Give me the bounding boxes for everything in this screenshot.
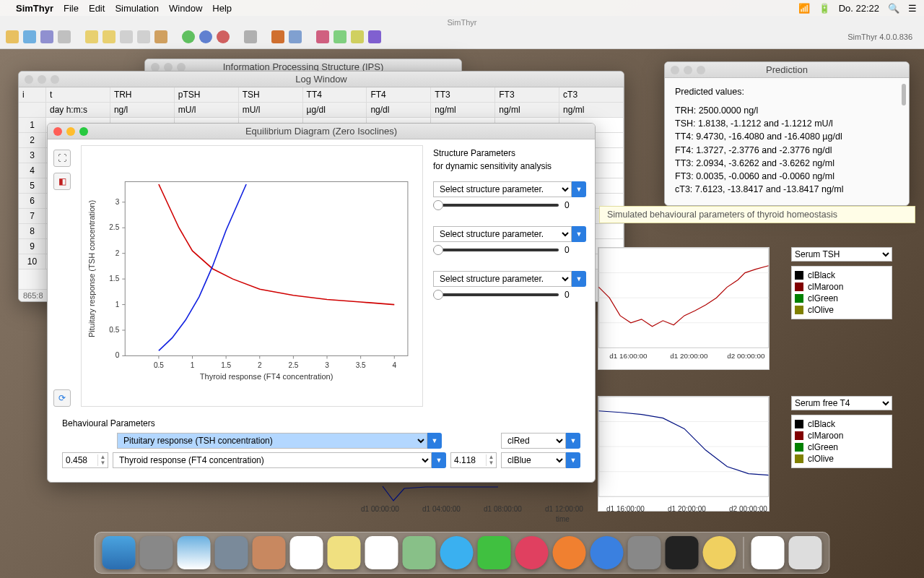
wifi-icon[interactable]: 📶 bbox=[798, 3, 810, 14]
tool-chart4-icon[interactable] bbox=[368, 30, 381, 43]
dock-facetime[interactable] bbox=[478, 536, 511, 569]
col-ptsh[interactable]: pTSH bbox=[175, 87, 239, 103]
battery-icon[interactable]: 🔋 bbox=[819, 3, 830, 14]
fullscreen-icon[interactable]: ⛶ bbox=[53, 150, 71, 167]
tool-save-icon[interactable] bbox=[40, 30, 53, 43]
dock-itunes[interactable] bbox=[515, 536, 549, 569]
tool-paste-icon[interactable] bbox=[154, 30, 167, 43]
table-row[interactable]: 3 bbox=[19, 148, 46, 163]
menu-file[interactable]: File bbox=[64, 3, 79, 14]
app-menu[interactable]: SimThyr bbox=[16, 3, 53, 14]
dock-appstore[interactable] bbox=[590, 536, 624, 569]
list-item[interactable]: clOlive bbox=[795, 304, 889, 316]
tool-pause-icon[interactable] bbox=[199, 30, 212, 43]
menu-edit[interactable]: Edit bbox=[89, 3, 105, 14]
struct-param-3-select[interactable]: Select structure parameter. bbox=[433, 271, 572, 287]
table-row[interactable]: 5 bbox=[19, 178, 46, 194]
x-color-select[interactable]: clBlue bbox=[501, 452, 566, 468]
chevron-down-icon[interactable]: ▼ bbox=[572, 226, 586, 242]
struct-param-2-slider[interactable] bbox=[433, 249, 559, 251]
table-row[interactable]: 7 bbox=[19, 209, 46, 224]
dock-notes[interactable] bbox=[328, 536, 361, 569]
list-item[interactable]: clBlack bbox=[795, 418, 889, 430]
list-item[interactable]: clBlack bbox=[795, 269, 889, 281]
col-ct3[interactable]: cT3 bbox=[559, 87, 624, 103]
col-trh[interactable]: TRH bbox=[110, 87, 175, 103]
menu-window[interactable]: Window bbox=[169, 3, 202, 14]
chevron-down-icon[interactable]: ▼ bbox=[572, 181, 586, 197]
col-i[interactable]: i bbox=[19, 87, 46, 103]
table-row[interactable]: 9 bbox=[19, 239, 46, 254]
tool-new-icon[interactable] bbox=[6, 30, 19, 43]
tool-play-icon[interactable] bbox=[182, 30, 195, 43]
chevron-down-icon[interactable]: ▼ bbox=[566, 452, 580, 468]
table-row[interactable]: 10 bbox=[19, 254, 46, 269]
table-row[interactable]: 8 bbox=[19, 224, 46, 239]
struct-param-3-slider[interactable] bbox=[433, 293, 559, 296]
x-max-stepper[interactable]: ▲▼ bbox=[450, 452, 497, 468]
chevron-down-icon[interactable]: ▼ bbox=[427, 433, 442, 449]
spotlight-icon[interactable]: 🔍 bbox=[888, 3, 899, 14]
dock-trash[interactable] bbox=[789, 536, 822, 569]
tool-chart1-icon[interactable] bbox=[316, 30, 329, 43]
y-axis-select[interactable]: Pituitary response (TSH concentration) bbox=[117, 433, 427, 449]
col-ft3[interactable]: FT3 bbox=[495, 87, 559, 103]
table-row[interactable]: 2 bbox=[19, 133, 46, 148]
tool-chart2-icon[interactable] bbox=[334, 30, 346, 43]
list-item[interactable]: clOlive bbox=[795, 453, 889, 465]
minimize-icon[interactable] bbox=[66, 127, 75, 136]
menu-help[interactable]: Help bbox=[212, 3, 232, 14]
col-tt4[interactable]: TT4 bbox=[303, 87, 367, 103]
col-tt3[interactable]: TT3 bbox=[431, 87, 495, 103]
list-item[interactable]: clMaroon bbox=[795, 281, 889, 293]
table-row[interactable]: 6 bbox=[19, 194, 46, 209]
tool-stop-icon[interactable] bbox=[217, 30, 230, 43]
tool-ips-icon[interactable] bbox=[289, 30, 302, 43]
scrollbar-thumb[interactable] bbox=[902, 84, 906, 105]
dock-messages[interactable] bbox=[440, 536, 474, 569]
prediction-window[interactable]: Prediction Predicted values: TRH: 2500.0… bbox=[664, 61, 910, 206]
tool-print-icon[interactable] bbox=[58, 30, 71, 43]
notification-center-icon[interactable]: ☰ bbox=[908, 3, 917, 14]
x-axis-select[interactable]: Thyroid response (FT4 concentration) bbox=[113, 452, 432, 468]
table-row[interactable]: 4 bbox=[19, 163, 46, 178]
x-min-stepper[interactable]: ▲▼ bbox=[62, 452, 108, 468]
struct-param-1-slider[interactable] bbox=[433, 204, 559, 207]
col-t[interactable]: t bbox=[46, 87, 110, 103]
refresh-icon[interactable]: ⟳ bbox=[53, 389, 71, 407]
tool-open-icon[interactable] bbox=[23, 30, 36, 43]
tool-redo-icon[interactable] bbox=[103, 30, 116, 43]
dock-maps[interactable] bbox=[403, 536, 436, 569]
dock-reminders[interactable] bbox=[365, 536, 398, 569]
struct-param-1-select[interactable]: Select structure parameter. bbox=[433, 181, 572, 197]
tool-chart3-icon[interactable] bbox=[351, 30, 364, 43]
col-tsh[interactable]: TSH bbox=[239, 87, 303, 103]
list-item[interactable]: clGreen bbox=[795, 441, 889, 453]
dock-ibooks[interactable] bbox=[553, 536, 586, 569]
list-item[interactable]: clGreen bbox=[795, 293, 889, 304]
dock-preview[interactable] bbox=[215, 536, 248, 569]
legend-toggle-icon[interactable]: ◧ bbox=[53, 173, 71, 190]
table-row[interactable]: 1 bbox=[19, 118, 46, 133]
dock-finder[interactable] bbox=[103, 536, 136, 569]
dock-terminal[interactable] bbox=[666, 536, 699, 569]
col-ft4[interactable]: FT4 bbox=[367, 87, 431, 103]
y-color-select[interactable]: clRed bbox=[501, 433, 566, 449]
chevron-down-icon[interactable]: ▼ bbox=[572, 271, 586, 287]
tool-prefs-icon[interactable] bbox=[244, 30, 257, 43]
dock-sysprefs[interactable] bbox=[628, 536, 661, 569]
dock-simthyr[interactable] bbox=[703, 536, 736, 569]
menu-simulation[interactable]: Simulation bbox=[115, 3, 159, 14]
zoom-icon[interactable] bbox=[79, 127, 88, 136]
list-item[interactable]: clMaroon bbox=[795, 430, 889, 441]
dock-launchpad[interactable] bbox=[140, 536, 173, 569]
tool-copy-icon[interactable] bbox=[137, 30, 150, 43]
equilibrium-window[interactable]: Equilibrium Diagram (Zero Isoclines) ⛶ ◧… bbox=[47, 123, 596, 483]
dock-downloads[interactable] bbox=[751, 536, 785, 569]
tool-target-icon[interactable] bbox=[271, 30, 284, 43]
series-select-tsh[interactable]: Serum TSH bbox=[791, 247, 892, 262]
dock-calendar[interactable] bbox=[290, 536, 323, 569]
dock-safari[interactable] bbox=[178, 536, 211, 569]
menubar-clock[interactable]: Do. 22:22 bbox=[839, 3, 879, 14]
chevron-down-icon[interactable]: ▼ bbox=[432, 452, 446, 468]
